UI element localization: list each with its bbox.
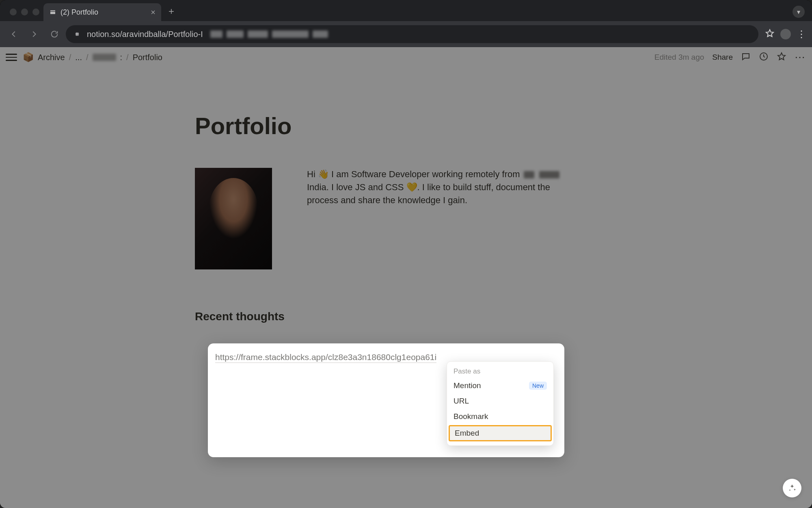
window-controls <box>6 9 43 21</box>
toolbar-actions: ⋮ <box>761 28 807 40</box>
breadcrumb-redacted <box>93 54 116 61</box>
intro-text-before: Hi 👋 I am Software Developer working rem… <box>307 169 523 179</box>
back-button[interactable] <box>5 25 23 43</box>
share-button[interactable]: Share <box>712 53 733 62</box>
forward-button[interactable] <box>25 25 43 43</box>
url-text: notion.so/aravindballa/Portfolio-I <box>87 30 203 39</box>
ai-assist-fab[interactable] <box>783 479 801 497</box>
page-icon: 📦 <box>23 52 34 63</box>
star-icon <box>765 28 775 38</box>
tab-close-icon[interactable]: × <box>151 8 155 16</box>
star-icon <box>777 52 786 61</box>
tab-favicon-icon <box>49 9 56 16</box>
intro-text-after: India. I love JS and CSS 💛. I like to bu… <box>307 182 550 205</box>
redacted-text <box>524 171 534 178</box>
browser-menu-button[interactable]: ⋮ <box>797 28 807 40</box>
section-heading-recent-thoughts[interactable]: Recent thoughts <box>195 310 617 323</box>
breadcrumb[interactable]: 📦 Archive / ... / : / Portfolio <box>23 52 162 63</box>
reload-button[interactable] <box>45 25 63 43</box>
browser-tab[interactable]: (2) Portfolio × <box>43 3 161 21</box>
paste-option-url[interactable]: URL <box>447 393 553 409</box>
paste-option-bookmark[interactable]: Bookmark <box>447 409 553 424</box>
arrow-left-icon <box>9 30 18 39</box>
bookmark-star-button[interactable] <box>765 28 775 40</box>
sparkle-icon <box>788 484 797 493</box>
tab-title: (2) Portfolio <box>60 8 147 17</box>
breadcrumb-root[interactable]: Archive <box>38 53 65 62</box>
arrow-right-icon <box>30 30 39 39</box>
paste-as-menu: Paste as Mention New URL Bookmark Embed <box>447 361 554 446</box>
traffic-zoom[interactable] <box>32 9 39 15</box>
edited-timestamp: Edited 3m ago <box>654 53 704 62</box>
new-badge: New <box>529 382 547 390</box>
profile-avatar-button[interactable] <box>780 29 791 39</box>
tab-strip: (2) Portfolio × + ▾ <box>0 0 812 21</box>
address-bar[interactable]: notion.so/aravindballa/Portfolio-I <box>66 25 758 43</box>
paste-menu-header: Paste as <box>447 364 553 378</box>
intro-paragraph[interactable]: Hi 👋 I am Software Developer working rem… <box>307 168 563 207</box>
paste-option-mention[interactable]: Mention New <box>447 378 553 393</box>
notion-topbar: 📦 Archive / ... / : / Portfolio Edited 3… <box>0 47 812 67</box>
comments-button[interactable] <box>741 52 751 63</box>
site-info-icon[interactable] <box>72 30 82 38</box>
page-title[interactable]: Portfolio <box>195 112 617 139</box>
toolbar: notion.so/aravindballa/Portfolio-I ⋮ <box>0 21 812 47</box>
updates-button[interactable] <box>759 52 769 63</box>
favorite-button[interactable] <box>777 52 786 63</box>
tabs-dropdown-button[interactable]: ▾ <box>793 6 805 18</box>
new-tab-button[interactable]: + <box>161 6 181 21</box>
redacted-text <box>539 171 559 178</box>
comment-icon <box>741 52 751 61</box>
traffic-minimize[interactable] <box>21 9 28 15</box>
breadcrumb-ellipsis[interactable]: ... <box>75 53 82 62</box>
url-redacted <box>210 30 328 38</box>
breadcrumb-current[interactable]: Portfolio <box>133 53 162 62</box>
browser-chrome: (2) Portfolio × + ▾ notion.so/aravindbal… <box>0 0 812 47</box>
profile-photo[interactable] <box>195 168 272 269</box>
reload-icon <box>50 30 59 39</box>
traffic-close[interactable] <box>10 9 17 15</box>
sidebar-toggle-button[interactable] <box>6 52 17 63</box>
clock-icon <box>759 52 769 61</box>
page-content: Portfolio Hi 👋 I am Software Developer w… <box>142 67 670 323</box>
pasted-url-text[interactable]: https://frame.stackblocks.app/clz8e3a3n1… <box>215 352 436 363</box>
breadcrumb-colon: : <box>120 53 123 62</box>
page-more-button[interactable]: ⋯ <box>795 51 806 64</box>
paste-option-embed[interactable]: Embed <box>449 425 552 441</box>
